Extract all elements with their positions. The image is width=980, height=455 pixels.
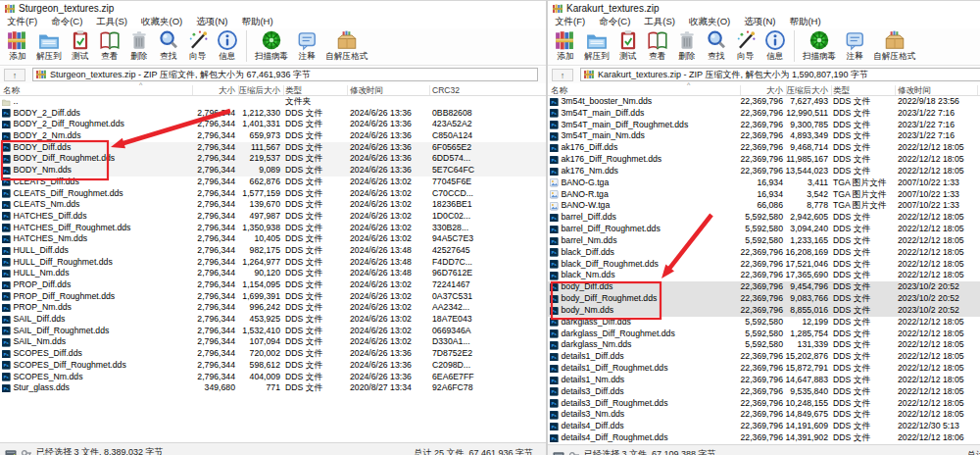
menu-item-commands[interactable]: 命令(C) — [44, 16, 89, 28]
menu-item-tools[interactable]: 工具(S) — [89, 16, 134, 28]
file-row[interactable]: Psbarrel_Diff_Roughmet.dds5,592,5803,094… — [548, 224, 980, 235]
address-combo[interactable]: Karakurt_textures.zip - ZIP 压缩文件, 解包大小为 … — [580, 68, 980, 81]
find-button[interactable]: 查找 — [702, 28, 731, 62]
view-button[interactable]: 查看 — [643, 28, 672, 62]
file-row[interactable]: PsBODY_Nm.dds2,796,3449,089DDS 文件2024/6/… — [0, 165, 547, 177]
title-bar[interactable]: Karakurt_textures.zip — [548, 1, 980, 16]
file-row[interactable]: PsSCOPES_Diff_Roughmet.dds2,796,344598,6… — [0, 360, 547, 372]
delete-button[interactable]: 删除 — [672, 28, 702, 62]
file-row[interactable]: Psdarkglass_Diff.dds5,592,58012,199DDS 文… — [548, 317, 980, 329]
scan-virus-button[interactable]: 扫描病毒 — [799, 28, 840, 62]
wizard-button[interactable]: 向导 — [183, 28, 213, 62]
file-row[interactable]: Psdetails3_Diff.dds22,369,7969,535,840DD… — [548, 386, 980, 398]
menu-item-options[interactable]: 选项(N) — [737, 16, 782, 28]
menu-item-tools[interactable]: 工具(S) — [637, 16, 682, 28]
comment-button[interactable]: 注释 — [840, 28, 869, 62]
file-row[interactable]: Psbody_Diff_Roughmet.dds22,369,7969,083,… — [548, 293, 980, 305]
file-row[interactable]: PsHULL_Nm.dds2,796,34490,120DDS 文件2024/6… — [0, 268, 547, 279]
file-row[interactable]: PsPROP_Nm.dds2,796,344996,242DDS 文件2024/… — [0, 302, 547, 314]
column-header-crc32[interactable]: CRC32 — [432, 85, 460, 95]
file-row[interactable]: PsBODY_2_Diff_Roughmet.dds2,796,3441,401… — [0, 119, 547, 130]
file-row[interactable]: Ps3m54t_booster_Nm.dds22,369,7967,627,49… — [548, 96, 980, 108]
file-row[interactable]: PsCLEATS_Diff.dds2,796,344662,876DDS 文件2… — [0, 177, 547, 188]
up-one-level-button[interactable]: ↑ — [4, 69, 25, 81]
svg-text:Ps: Ps — [4, 375, 10, 379]
file-row[interactable]: PsHULL_Diff.dds2,796,344982,175DDS 文件202… — [0, 245, 547, 257]
file-row[interactable]: PsBODY_2_Nm.dds2,796,344659,973DDS 文件202… — [0, 130, 547, 142]
file-row[interactable]: Ps3m54T_main_Diff.dds22,369,79612,990,51… — [548, 108, 980, 120]
file-row[interactable]: PsBODY_Diff_Roughmet.dds2,796,344219,537… — [0, 153, 547, 165]
file-row[interactable]: PsHATCHES_Diff.dds2,796,344497,987DDS 文件… — [0, 211, 547, 223]
menu-item-file[interactable]: 文件(F) — [0, 16, 44, 28]
test-button[interactable]: 测试 — [66, 28, 95, 62]
file-row[interactable]: BANO-W.tga66,0868,778TGA 图片文件2007/10/22 … — [548, 200, 980, 212]
sfx-button[interactable]: 自解压格式 — [321, 28, 371, 62]
menu-item-favorites[interactable]: 收藏夹(O) — [682, 16, 737, 28]
dds-file-icon: Ps — [550, 168, 559, 177]
file-row[interactable]: PsSAIL_Diff_Roughmet.dds2,796,3441,532,4… — [0, 326, 547, 337]
info-button[interactable]: 信息 — [760, 28, 790, 62]
file-row[interactable]: Psbody_Nm.dds22,369,7968,855,016DDS 文件20… — [548, 305, 980, 317]
file-row[interactable]: Psdetails4_Diff.dds22,369,79614,191,609D… — [548, 421, 980, 432]
file-row[interactable]: Psbody_Diff.dds22,369,7969,454,796DDS 文件… — [548, 281, 980, 293]
info-button[interactable]: 信息 — [213, 28, 242, 62]
file-row[interactable]: ..文件夹 — [0, 96, 547, 108]
add-button[interactable]: 添加 — [3, 28, 32, 62]
file-row[interactable]: PsSAIL_Nm.dds2,796,344107,094DDS 文件2024/… — [0, 336, 547, 348]
add-button[interactable]: 添加 — [551, 28, 580, 62]
file-row[interactable]: Psdetails1_Diff.dds22,369,79615,202,876D… — [548, 351, 980, 363]
file-row[interactable]: PsPROP_Diff_Roughmet.dds2,796,3441,699,3… — [0, 291, 547, 303]
file-row[interactable]: Psdetails1_Diff_Roughmet.dds22,369,79615… — [548, 363, 980, 375]
extract-button[interactable]: 解压到 — [580, 28, 613, 62]
file-row[interactable]: Psak176_Nm.dds22,369,79613,544,023DDS 文件… — [548, 166, 980, 177]
file-row[interactable]: Psak176_Diff.dds22,369,7969,468,714DDS 文… — [548, 142, 980, 154]
menu-item-commands[interactable]: 命令(C) — [592, 16, 637, 28]
file-row[interactable]: Psbarrel_Nm.dds5,592,5801,233,165DDS 文件2… — [548, 235, 980, 247]
file-row[interactable]: Psdetails3_Nm.dds22,369,79614,849,675DDS… — [548, 409, 980, 421]
file-row[interactable]: PsHULL_Diff_Roughmet.dds2,796,3441,264,9… — [0, 257, 547, 269]
file-row[interactable]: Ps3m54T_main_Diff_Roughmet.dds22,369,796… — [548, 120, 980, 131]
file-row[interactable]: PsBODY_Diff.dds2,796,344111,567DDS 文件202… — [0, 142, 547, 154]
extract-button[interactable]: 解压到 — [32, 28, 66, 62]
menu-item-file[interactable]: 文件(F) — [548, 16, 592, 28]
file-row[interactable]: PsStur_glass.dds349,680771DDS 文件2020/8/2… — [0, 382, 547, 394]
file-row[interactable]: Psbarrel_Diff.dds5,592,5802,942,605DDS 文… — [548, 212, 980, 224]
file-row[interactable]: Psdarkglass_Diff_Roughmet.dds5,592,5801,… — [548, 329, 980, 340]
file-row[interactable]: Psak176_Diff_Roughmet.dds22,369,79611,98… — [548, 154, 980, 166]
file-row[interactable]: PsBODY_2_Diff.dds2,796,3441,212,330DDS 文… — [0, 108, 547, 120]
menu-item-help[interactable]: 帮助(H) — [234, 16, 279, 28]
menu-item-favorites[interactable]: 收藏夹(O) — [134, 16, 189, 28]
address-combo[interactable]: Sturgeon_textures.zip - ZIP 压缩文件, 解包大小为 … — [32, 68, 538, 81]
delete-button[interactable]: 删除 — [124, 28, 154, 62]
comment-button[interactable]: 注释 — [292, 28, 321, 62]
sfx-button[interactable]: 自解压格式 — [869, 28, 919, 62]
file-row[interactable]: PsHATCHES_Diff_Roughmet.dds2,796,3441,35… — [0, 223, 547, 234]
file-row[interactable]: Psblack_Diff_Roughmet.dds22,369,79617,52… — [548, 259, 980, 271]
up-one-level-button[interactable]: ↑ — [552, 69, 573, 81]
file-row[interactable]: BANO-R.tga16,9343,542TGA 图片文件2007/10/22 … — [548, 189, 980, 201]
test-button[interactable]: 测试 — [613, 28, 643, 62]
file-row[interactable]: Psdarkglass_Nm.dds5,592,580131,339DDS 文件… — [548, 339, 980, 351]
file-row[interactable]: Psblack_Diff.dds22,369,79616,208,169DDS … — [548, 247, 980, 259]
file-row[interactable]: PsPROP_Diff.dds2,796,3441,154,095DDS 文件2… — [0, 279, 547, 291]
view-button[interactable]: 查看 — [95, 28, 124, 62]
file-row[interactable]: PsSCOPES_Diff.dds2,796,344720,002DDS 文件2… — [0, 348, 547, 360]
menu-item-options[interactable]: 选项(N) — [189, 16, 234, 28]
file-row[interactable]: Psdetails1_Nm.dds22,369,79614,647,883DDS… — [548, 375, 980, 386]
file-packed-size: 14,191,609 — [786, 421, 828, 432]
file-row[interactable]: Psblack_Nm.dds22,369,79617,365,690DDS 文件… — [548, 270, 980, 281]
file-row[interactable]: Psdetails3_Diff_Roughmet.dds22,369,79610… — [548, 398, 980, 410]
file-row[interactable]: Psdetails4_Diff_Roughmet.dds22,369,79614… — [548, 432, 980, 444]
file-row[interactable]: PsHATCHES_Nm.dds2,796,34410,405DDS 文件202… — [0, 233, 547, 245]
wizard-button[interactable]: 向导 — [731, 28, 760, 62]
title-bar[interactable]: Sturgeon_textures.zip — [0, 1, 547, 16]
file-row[interactable]: PsSCOPES_Nm.dds2,796,344404,009DDS 文件202… — [0, 372, 547, 383]
find-button[interactable]: 查找 — [154, 28, 183, 62]
file-row[interactable]: PsSAIL_Diff.dds2,796,344453,925DDS 文件202… — [0, 314, 547, 326]
file-row[interactable]: PsCLEATS_Diff_Roughmet.dds2,796,3441,577… — [0, 188, 547, 200]
scan-virus-button[interactable]: 扫描病毒 — [251, 28, 292, 62]
file-row[interactable]: Ps3m54T_main_Nm.dds22,369,7964,893,349DD… — [548, 130, 980, 142]
file-row[interactable]: PsCLEATS_Nm.dds2,796,344139,670DDS 文件202… — [0, 199, 547, 211]
file-row[interactable]: BANO-G.tga16,9343,411TGA 图片文件2007/10/22 … — [548, 177, 980, 189]
menu-item-help[interactable]: 帮助(H) — [782, 16, 827, 28]
